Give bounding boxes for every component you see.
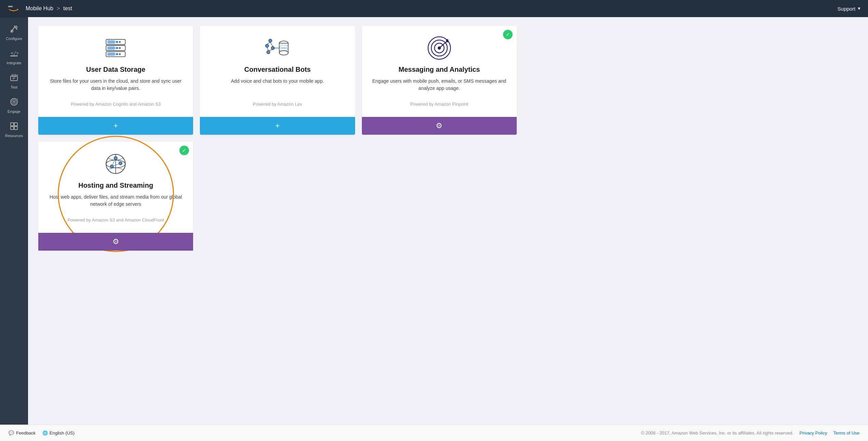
feedback-button[interactable]: 💬 Feedback	[9, 430, 36, 436]
plus-icon-2: +	[275, 121, 280, 130]
feedback-label: Feedback	[16, 430, 36, 436]
resources-icon	[10, 122, 18, 132]
svg-rect-27	[107, 46, 115, 49]
language-label: English (US)	[50, 430, 74, 436]
svg-line-44	[267, 47, 269, 50]
checkmark-analytics: ✓	[503, 30, 513, 39]
support-menu[interactable]: Support ▼	[838, 6, 861, 12]
svg-text:aws: aws	[8, 5, 13, 8]
card-desc-hosting: Host web apps, deliver files, and stream…	[45, 193, 186, 208]
sidebar-item-engage[interactable]: ↗ Engage	[0, 93, 28, 118]
test-label: Test	[11, 85, 17, 89]
svg-point-39	[269, 39, 272, 42]
copyright-text: © 2008 - 2017, Amazon Web Services, Inc.…	[641, 430, 794, 436]
svg-point-36	[280, 51, 288, 55]
chevron-down-icon: ▼	[857, 6, 861, 11]
svg-rect-33	[119, 53, 121, 55]
support-label: Support	[838, 6, 856, 12]
card-title-hosting: Hosting and Streaming	[78, 182, 153, 189]
cards-grid: User Data Storage Store files for your u…	[38, 26, 517, 251]
sidebar: Configure </> Integrate ↗ T	[0, 17, 28, 425]
card-powered-bots: Powered by Amazon Lex	[253, 98, 302, 112]
breadcrumb-separator: >	[57, 5, 60, 12]
card-user-data-storage: User Data Storage Store files for your u…	[38, 26, 193, 135]
card-settings-hosting[interactable]: ⚙	[38, 233, 193, 251]
hosting-icon	[103, 150, 128, 177]
svg-rect-19	[14, 123, 17, 126]
card-settings-analytics[interactable]: ⚙	[362, 117, 517, 135]
card-desc-analytics: Engage users with mobile push, emails, o…	[369, 78, 510, 92]
configure-label: Configure	[6, 37, 22, 41]
card-messaging-analytics: ✓	[362, 26, 517, 135]
card-title-bots: Conversational Bots	[244, 66, 311, 74]
svg-line-43	[267, 42, 270, 44]
footer: 💬 Feedback 🌐 English (US) © 2008 - 2017,…	[0, 425, 868, 441]
card-body-storage: User Data Storage Store files for your u…	[38, 26, 193, 117]
integrate-label: Integrate	[6, 61, 21, 65]
svg-rect-28	[116, 47, 119, 49]
card-body-hosting: Hosting and Streaming Host web apps, del…	[38, 142, 193, 233]
top-navigation: aws Mobile Hub > test Support ▼	[0, 0, 868, 17]
card-title-storage: User Data Storage	[86, 66, 145, 74]
integrate-icon: </>	[10, 49, 18, 59]
footer-left: 💬 Feedback 🌐 English (US)	[9, 430, 74, 436]
card-add-bots[interactable]: +	[200, 117, 355, 135]
card-title-analytics: Messaging and Analytics	[398, 66, 480, 74]
svg-line-45	[270, 42, 273, 46]
language-selector[interactable]: 🌐 English (US)	[42, 430, 74, 436]
card-hosting-streaming: ✓	[38, 142, 193, 251]
card-add-storage[interactable]: +	[38, 117, 193, 135]
configure-icon	[10, 25, 18, 35]
svg-text:↗: ↗	[16, 98, 18, 101]
engage-icon: ↗	[10, 97, 18, 108]
footer-right: © 2008 - 2017, Amazon Web Services, Inc.…	[641, 430, 859, 436]
svg-rect-18	[11, 123, 14, 126]
analytics-icon	[426, 34, 452, 62]
svg-rect-29	[119, 47, 121, 49]
card-powered-hosting: Powered by Amazon S3 and Amazon CloudFro…	[67, 214, 164, 228]
globe-icon: 🌐	[42, 430, 48, 436]
bots-icon	[265, 34, 290, 62]
card-desc-bots: Add voice and chat bots to your mobile a…	[231, 78, 324, 85]
card-desc-storage: Store files for your users in the cloud,…	[45, 78, 186, 92]
svg-point-16	[13, 101, 15, 103]
svg-line-61	[116, 158, 121, 163]
storage-icon	[103, 34, 128, 62]
test-icon: ↗	[10, 73, 18, 83]
svg-rect-0	[7, 2, 21, 15]
plus-icon: +	[113, 121, 118, 130]
svg-rect-31	[107, 52, 115, 55]
sidebar-item-resources[interactable]: Resources	[0, 118, 28, 142]
gear-icon-analytics: ⚙	[436, 121, 443, 130]
card-powered-storage: Powered by Amazon Cognito and Amazon S3	[71, 98, 161, 112]
svg-point-42	[267, 51, 270, 54]
svg-point-6	[15, 26, 17, 28]
svg-rect-23	[107, 40, 115, 43]
svg-rect-21	[14, 126, 17, 130]
main-content: User Data Storage Store files for your u…	[28, 17, 868, 425]
gear-icon-hosting: ⚙	[112, 237, 119, 246]
svg-text:</>: </>	[11, 50, 18, 56]
privacy-policy-link[interactable]: Privacy Policy	[800, 430, 827, 436]
svg-rect-25	[119, 41, 121, 43]
aws-logo: aws	[7, 2, 21, 15]
resources-label: Resources	[5, 134, 23, 138]
app-name: Mobile Hub	[26, 5, 53, 12]
chat-icon: 💬	[9, 430, 14, 436]
card-body-bots: Conversational Bots Add voice and chat b…	[200, 26, 355, 117]
card-body-analytics: Messaging and Analytics Engage users wit…	[362, 26, 517, 117]
svg-text:↗: ↗	[16, 74, 18, 77]
card-conversational-bots: Conversational Bots Add voice and chat b…	[200, 26, 355, 135]
sidebar-item-integrate[interactable]: </> Integrate	[0, 45, 28, 69]
engage-label: Engage	[8, 109, 21, 113]
breadcrumb: Mobile Hub > test	[26, 5, 72, 12]
svg-rect-20	[11, 126, 14, 130]
terms-of-use-link[interactable]: Terms of Use	[833, 430, 859, 436]
main-layout: Configure </> Integrate ↗ T	[0, 17, 868, 425]
sidebar-item-test[interactable]: ↗ Test	[0, 69, 28, 93]
sidebar-item-configure[interactable]: Configure	[0, 21, 28, 45]
card-powered-analytics: Powered by Amazon Pinpoint	[410, 98, 468, 112]
svg-line-46	[269, 50, 273, 51]
svg-rect-8	[10, 55, 18, 56]
project-name: test	[63, 5, 72, 12]
